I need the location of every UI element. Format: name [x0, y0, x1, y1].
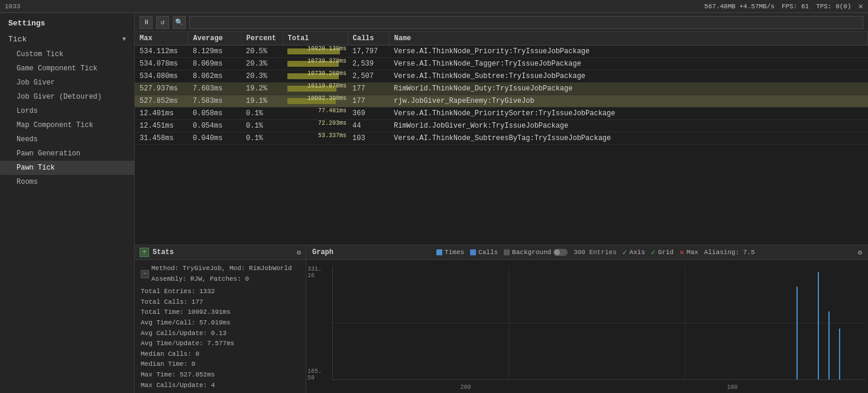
search-button[interactable]: 🔍	[173, 16, 186, 29]
sidebar-header: Settings	[0, 13, 134, 31]
bar-label: 10119.870ms	[307, 83, 346, 89]
title-bar: 1033 567.48MB +4.57MB/s FPS: 61 TPS: 0(0…	[0, 0, 868, 13]
cell-calls: 369	[348, 108, 389, 120]
table-header: MaxAveragePercentTotalCallsName	[135, 32, 868, 46]
sidebar-section-label: Tick	[8, 35, 27, 44]
stats-method-text: Method: TryGiveJob, Mod: RimJobWorld Ass…	[151, 264, 292, 284]
background-toggle[interactable]	[553, 249, 568, 256]
cell-max: 12.401ms	[135, 108, 188, 120]
stats-gear-icon[interactable]: ⚙	[297, 248, 301, 257]
cell-max: 534.078ms	[135, 58, 188, 70]
graph-gear-icon[interactable]: ⚙	[858, 248, 862, 257]
table-row[interactable]: 534.080ms8.062ms20.3%10730.260ms2,507Ver…	[135, 70, 868, 83]
table-scroll[interactable]: MaxAveragePercentTotalCallsName 534.112m…	[135, 32, 868, 245]
cell-name: rjw.JobGiver_RapeEnemy:TryGiveJob	[389, 95, 868, 108]
stats-header: + Stats ⚙	[135, 245, 306, 260]
pause-icon: ⏸	[143, 18, 150, 26]
bar-label: 10820.130ms	[307, 46, 346, 52]
bar-label: 10739.370ms	[307, 58, 346, 64]
cell-max: 527.937ms	[135, 83, 188, 95]
table-row[interactable]: 534.078ms8.069ms20.3%10739.370ms2,539Ver…	[135, 58, 868, 70]
search-icon: 🔍	[175, 18, 183, 26]
col-header-calls[interactable]: Calls	[348, 32, 389, 46]
sidebar-item-job-giver[interactable]: Job Giver	[0, 76, 134, 90]
sidebar-item-game-component-tick[interactable]: Game Component Tick	[0, 61, 134, 76]
search-input[interactable]	[189, 16, 863, 29]
table-row[interactable]: 527.937ms7.603ms19.2%10119.870ms177RimWo…	[135, 83, 868, 95]
sidebar-section-tick[interactable]: Tick ▼	[0, 31, 134, 47]
sidebar-item-needs[interactable]: Needs	[0, 132, 134, 147]
cell-name: RimWorld.JobGiver_Work:TryIssueJobPackag…	[389, 120, 868, 132]
stat-entry: Total Time: 10092.391ms	[141, 307, 300, 318]
graph-spike	[796, 287, 798, 379]
main-layout: Settings Tick ▼ Custom TickGame Componen…	[0, 13, 868, 393]
stat-entry: Avg Calls/Update: 0.13	[141, 329, 300, 339]
x-axis-labels: 200 100	[332, 384, 866, 391]
cell-total: 10820.130ms	[283, 46, 348, 58]
cell-percent: 0.1%	[241, 108, 283, 120]
col-header-percent[interactable]: Percent	[241, 32, 283, 46]
max-control[interactable]: ✕ Max	[679, 248, 698, 257]
col-header-average[interactable]: Average	[188, 32, 241, 46]
grid-line-vertical-100	[685, 266, 685, 379]
cell-percent: 20.3%	[241, 58, 283, 70]
aliasing-control[interactable]: Aliasing: 7.5	[704, 249, 755, 256]
cell-calls: 177	[348, 83, 389, 95]
col-header-max[interactable]: Max	[135, 32, 188, 46]
grid-control[interactable]: ✓ Grid	[651, 248, 673, 257]
table-row[interactable]: 534.112ms8.129ms20.5%10820.130ms17,797Ve…	[135, 46, 868, 58]
cell-max: 534.080ms	[135, 70, 188, 83]
sidebar-item-pawn-tick[interactable]: Pawn Tick	[0, 161, 134, 175]
sidebar-item-map-component-tick[interactable]: Map Component Tick	[0, 118, 134, 132]
table-row[interactable]: 12.451ms0.054ms0.1%72.203ms44RimWorld.Jo…	[135, 120, 868, 132]
cell-name: Verse.AI.ThinkNode_SubtreesByTag:TryIssu…	[389, 132, 868, 145]
max-label: Max	[686, 249, 698, 256]
table-row[interactable]: 12.401ms0.058ms0.1%77.481ms369Verse.AI.T…	[135, 108, 868, 120]
sidebar-item-pawn-generation[interactable]: Pawn Generation	[0, 147, 134, 161]
max-x-icon: ✕	[679, 248, 684, 257]
data-table-container: MaxAveragePercentTotalCallsName 534.112m…	[135, 32, 868, 245]
times-control[interactable]: Times	[436, 249, 464, 256]
title-bar-right: 567.48MB +4.57MB/s FPS: 61 TPS: 0(0) ✕	[704, 1, 863, 11]
stats-collapse-button[interactable]: −	[141, 270, 149, 278]
table-body: 534.112ms8.129ms20.5%10820.130ms17,797Ve…	[135, 46, 868, 145]
cell-average: 0.040ms	[188, 132, 241, 145]
cell-average: 8.069ms	[188, 58, 241, 70]
stat-entry: Max Calls/Update: 4	[141, 381, 300, 391]
cell-name: Verse.AI.ThinkNode_Priority:TryIssueJobP…	[389, 46, 868, 58]
pause-button[interactable]: ⏸	[140, 16, 153, 29]
col-header-total[interactable]: Total	[283, 32, 348, 46]
axis-label: Axis	[630, 249, 645, 256]
bottom-panels: + Stats ⚙ − Method: TryGiveJob, Mod: Rim…	[135, 245, 868, 393]
refresh-button[interactable]: ↺	[156, 16, 169, 29]
stats-add-button[interactable]: +	[140, 248, 149, 257]
table-row[interactable]: 527.852ms7.583ms19.1%10092.390ms177rjw.J…	[135, 95, 868, 108]
graph-header: Graph Times Calls Background	[306, 245, 868, 260]
y-label-mid: 165.58	[307, 368, 330, 381]
sidebar-item-job-giver-(detoured)[interactable]: Job Giver (Detoured)	[0, 90, 134, 104]
data-table: MaxAveragePercentTotalCallsName 534.112m…	[135, 32, 868, 145]
bg-color-icon	[504, 249, 510, 255]
cell-max: 31.458ms	[135, 132, 188, 145]
graph-panel: Graph Times Calls Background	[306, 245, 868, 393]
sidebar-item-custom-tick[interactable]: Custom Tick	[0, 47, 134, 61]
sidebar-item-rooms[interactable]: Rooms	[0, 175, 134, 189]
background-control[interactable]: Background	[504, 249, 568, 256]
fps-stat: FPS: 61	[782, 3, 809, 10]
stat-entry: Median Calls: 0	[141, 349, 300, 360]
tps-stat: TPS: 0(0)	[816, 3, 851, 10]
sidebar-item-lords[interactable]: Lords	[0, 104, 134, 118]
table-row[interactable]: 31.458ms0.040ms0.1%53.337ms103Verse.AI.T…	[135, 132, 868, 145]
close-button[interactable]: ✕	[859, 1, 863, 11]
cell-percent: 0.1%	[241, 120, 283, 132]
cell-percent: 20.5%	[241, 46, 283, 58]
axis-control[interactable]: ✓ Axis	[623, 248, 645, 257]
entries-label: 300 Entries	[574, 249, 617, 256]
bar-label: 10730.260ms	[307, 70, 346, 77]
content-area: ⏸ ↺ 🔍 MaxAveragePercentTotalCallsName	[135, 13, 868, 393]
cell-average: 0.058ms	[188, 108, 241, 120]
cell-average: 7.603ms	[188, 83, 241, 95]
col-header-name[interactable]: Name	[389, 32, 868, 46]
stats-header-left: + Stats	[140, 248, 174, 257]
calls-control[interactable]: Calls	[470, 249, 498, 256]
